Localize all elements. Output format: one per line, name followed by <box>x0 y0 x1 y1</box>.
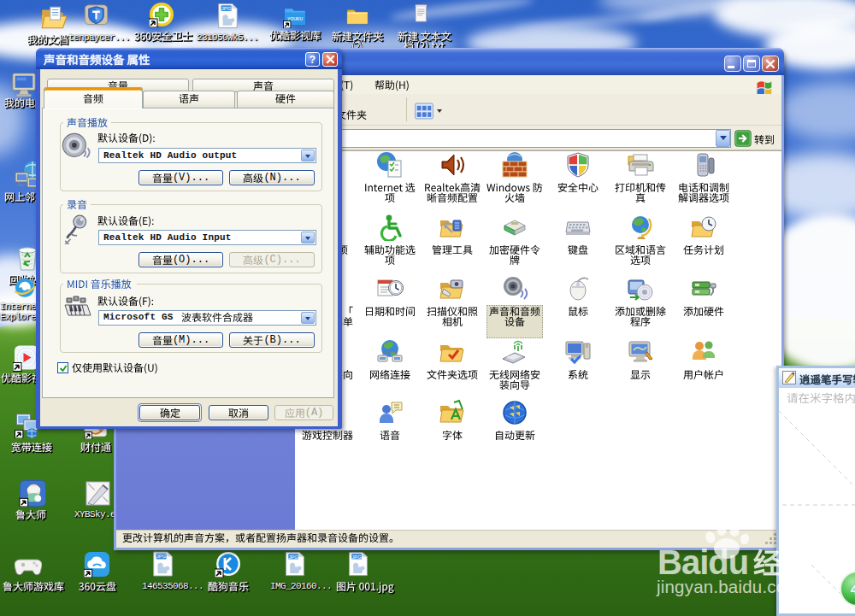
svg-text:JPG: JPG <box>351 554 362 560</box>
svg-text:JPG: JPG <box>156 553 167 559</box>
svg-text:JPG: JPG <box>288 554 298 560</box>
svg-text:JPG: JPG <box>221 5 232 11</box>
svg-text:YOUKU: YOUKU <box>287 16 304 21</box>
